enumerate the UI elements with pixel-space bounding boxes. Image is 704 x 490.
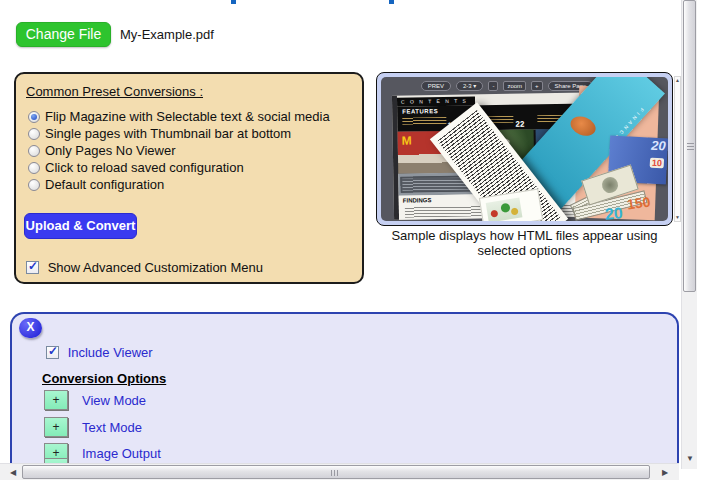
- text-mode-label[interactable]: Text Mode: [82, 420, 142, 435]
- conversion-option-text-mode: + Text Mode: [44, 417, 142, 437]
- euro-10-value: 10: [650, 158, 665, 169]
- preset-option-label: Single pages with Thumbnail bar at botto…: [45, 126, 291, 141]
- preset-option-reload-config[interactable]: Click to reload saved configuration: [26, 159, 362, 176]
- include-viewer-row[interactable]: Include Viewer: [46, 345, 153, 360]
- radio-icon[interactable]: [28, 179, 40, 191]
- preview-frame-scrollbar[interactable]: ▲ ▼: [674, 76, 681, 222]
- preset-option-single-pages[interactable]: Single pages with Thumbnail bar at botto…: [26, 125, 362, 142]
- findings-label: FINDINGS: [403, 197, 432, 203]
- mcdonalds-arches: M: [402, 134, 412, 148]
- flipbook-preview-image: PREV 2-3 ▾ - zoom + Share Page NEXT C O …: [381, 77, 668, 221]
- expand-view-mode-button[interactable]: +: [44, 390, 68, 410]
- preset-panel-title: Common Preset Conversions :: [26, 84, 362, 99]
- scroll-down-icon[interactable]: ▼: [675, 215, 680, 220]
- preset-option-flip-magazine[interactable]: Flip Magazine with Selectable text & soc…: [26, 108, 362, 125]
- prev-button[interactable]: PREV: [421, 81, 451, 91]
- preset-option-default-config[interactable]: Default configuration: [26, 176, 362, 193]
- show-advanced-label: Show Advanced Customization Menu: [48, 260, 263, 275]
- preset-option-only-pages[interactable]: Only Pages No Viewer: [26, 142, 362, 159]
- cutoff-heading-fragment: [389, 0, 394, 4]
- findings-text-column: [405, 205, 483, 217]
- radio-icon[interactable]: [28, 162, 40, 174]
- scroll-right-icon[interactable]: ▶: [658, 466, 672, 479]
- show-advanced-checkbox-row[interactable]: Show Advanced Customization Menu: [26, 260, 263, 275]
- selected-filename: My-Example.pdf: [120, 27, 214, 42]
- preset-option-label: Default configuration: [45, 177, 164, 192]
- vertical-scrollbar-thumb[interactable]: [683, 0, 696, 292]
- scroll-up-icon[interactable]: ▲: [675, 78, 680, 83]
- preset-option-label: Only Pages No Viewer: [45, 143, 176, 158]
- scroll-left-icon[interactable]: ◀: [6, 466, 20, 479]
- zoom-out-button[interactable]: -: [488, 81, 498, 91]
- preset-option-label: Flip Magazine with Selectable text & soc…: [45, 109, 330, 124]
- upload-convert-button[interactable]: Upload & Convert: [24, 213, 137, 239]
- checkbox-icon[interactable]: [26, 261, 39, 274]
- checkbox-icon[interactable]: [46, 346, 59, 359]
- app-window: Change File My-Example.pdf Common Preset…: [0, 0, 704, 490]
- thumb-grip: [331, 470, 338, 476]
- change-file-button[interactable]: Change File: [16, 22, 111, 47]
- scroll-down-icon[interactable]: ▼: [682, 451, 698, 467]
- conversion-option-view-mode: + View Mode: [44, 390, 146, 410]
- view-mode-label[interactable]: View Mode: [82, 393, 146, 408]
- caption-line-2: selected options: [376, 243, 673, 258]
- radio-icon[interactable]: [28, 128, 40, 140]
- caption-line-1: Sample displays how HTML files appear us…: [376, 228, 673, 243]
- starfish-photo: [568, 113, 599, 139]
- cutoff-heading-fragment: [231, 0, 236, 4]
- radio-icon[interactable]: [28, 145, 40, 157]
- horizontal-scrollbar[interactable]: ◀ ▶: [0, 463, 679, 480]
- close-panel-button[interactable]: X: [19, 318, 42, 338]
- banknote-20-value: 20: [604, 204, 623, 221]
- vertical-scrollbar[interactable]: ▼: [681, 0, 697, 469]
- horizontal-scrollbar-thumb[interactable]: [22, 465, 650, 479]
- banknote-150-value: 150: [626, 193, 651, 212]
- conversion-options-title: Conversion Options: [42, 371, 166, 386]
- features-label: FEATURES: [402, 108, 438, 115]
- thumb-grip: [687, 142, 694, 150]
- preset-option-label: Click to reload saved configuration: [45, 160, 244, 175]
- preset-conversions-panel: Common Preset Conversions : Flip Magazin…: [14, 72, 364, 284]
- zoom-box[interactable]: zoom: [503, 81, 526, 91]
- preview-caption: Sample displays how HTML files appear us…: [376, 228, 673, 258]
- advanced-customization-panel: X Include Viewer Conversion Options + Vi…: [10, 312, 679, 463]
- radio-icon[interactable]: [28, 111, 40, 123]
- expand-text-mode-button[interactable]: +: [44, 417, 68, 437]
- image-output-label[interactable]: Image Output: [82, 446, 161, 461]
- sample-preview-panel: PREV 2-3 ▾ - zoom + Share Page NEXT C O …: [376, 72, 673, 226]
- zoom-in-button[interactable]: +: [531, 81, 543, 91]
- page-select-dropdown[interactable]: 2-3 ▾: [456, 81, 483, 91]
- article-page-number: 22: [515, 120, 524, 129]
- article-title-lines: [402, 117, 446, 125]
- include-viewer-label: Include Viewer: [68, 345, 153, 360]
- euro-20-value: 20: [651, 138, 666, 154]
